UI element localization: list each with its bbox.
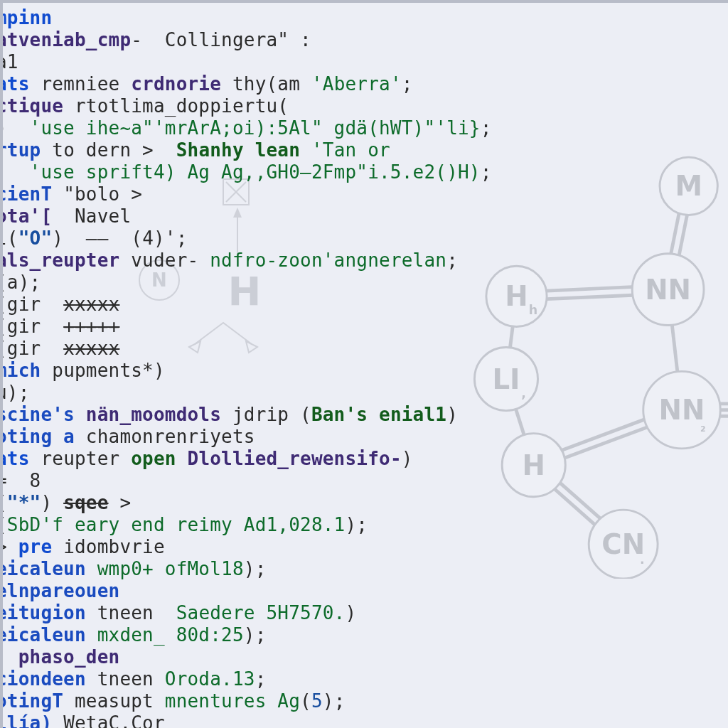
code-line[interactable]: ats remniee crdnorie thy(am 'Aberra';	[1, 73, 728, 95]
code-token: sqee	[63, 492, 108, 513]
code-token: mnentures Ag	[165, 690, 300, 712]
code-line[interactable]: ) 'use ihe~a"'mrArA;oi):5Al" gdä(hWT)"'l…	[1, 117, 728, 139]
code-token: vuder-	[131, 250, 210, 271]
code-token: :	[289, 29, 311, 50]
code-token: (gir	[1, 294, 63, 315]
code-token: pupments*)	[52, 360, 165, 381]
code-token: Ban's enial1	[311, 404, 446, 425]
code-token: mich	[1, 360, 52, 381]
code-token: thy(	[232, 73, 277, 95]
code-line[interactable]: scine's nän_moomdols jdrip (Ban's enial1…	[1, 404, 728, 426]
code-token: jdrip	[232, 404, 300, 425]
code-line[interactable]: (a);	[1, 272, 728, 294]
code-token: elnpareouen	[1, 580, 119, 601]
code-line[interactable]: otingT measupt mnentures Ag(5);	[1, 690, 728, 712]
code-line[interactable]: als_reupter vuder- ndfro-zoon'angnerelan…	[1, 250, 728, 272]
code-token: )	[1, 117, 30, 139]
code-token: open	[131, 448, 187, 469]
code-token: "*"	[7, 492, 41, 513]
code-token: am	[277, 73, 311, 95]
code-token: phaso_den	[1, 646, 119, 668]
code-token: to dern >	[52, 139, 165, 161]
code-token: ctique	[1, 95, 75, 117]
code-line[interactable]: phaso_den	[1, 646, 728, 668]
code-token: remniee	[41, 73, 131, 95]
code-line[interactable]: ctique rtotlima_doppiertu(	[1, 95, 728, 117]
code-token: SbD'f eary end reimy Ad1,028.1	[7, 514, 346, 535]
code-token: -	[131, 29, 154, 50]
code-token: 'Aberra'	[311, 73, 402, 95]
code-line[interactable]: ciondeen tneen Oroda.13;	[1, 668, 728, 690]
code-line[interactable]: (gir xxxxx	[1, 294, 728, 316]
code-line[interactable]: l("O") —— (4)';	[1, 228, 728, 250]
code-token: crdnorie	[131, 73, 232, 95]
code-line[interactable]: ota'[ Navel	[1, 205, 728, 228]
code-line[interactable]: = 8	[1, 470, 728, 492]
code-token: 5	[311, 690, 323, 712]
code-line[interactable]: u);	[1, 382, 728, 404]
code-token: ;	[402, 73, 413, 95]
code-token: ats	[1, 448, 41, 469]
code-token: )	[41, 492, 63, 513]
code-token: mpinn	[1, 7, 52, 28]
code-token: ;	[30, 272, 41, 293]
code-token: atveniab_cmp	[1, 29, 131, 50]
code-line[interactable]: ("*") sqee >	[1, 492, 728, 514]
code-token: 'use ihe~a"'mrArA;oi):5Al" gdä(hWT)"'li}	[30, 117, 481, 139]
code-line[interactable]: cienT "bolo >	[1, 183, 728, 205]
code-editor[interactable]: mpinnatveniab_cmp- Collingera" :a1ats re…	[1, 7, 728, 728]
code-token: ;	[176, 228, 188, 249]
code-token: ;	[255, 668, 267, 690]
code-token: 'use sprift4) Ag Ag,,GH0–2Fmp"i.5.e2()H)	[30, 161, 481, 183]
code-line[interactable]: oting a chamonrenriyets	[1, 426, 728, 448]
code-line[interactable]: atveniab_cmp- Collingera" :	[1, 29, 728, 51]
code-token: >	[1, 536, 18, 557]
code-token: rtup	[1, 139, 52, 161]
code-line[interactable]: rtup to dern > Shanhy lean 'Tan or	[1, 139, 728, 161]
code-token: )	[402, 448, 413, 469]
code-line[interactable]: eicaleun mxden_ 80d:25);	[1, 624, 728, 646]
code-line[interactable]: (gir xxxxx	[1, 338, 728, 360]
code-token: als_reupter	[1, 250, 131, 271]
code-line[interactable]: 'use sprift4) Ag Ag,,GH0–2Fmp"i.5.e2()H)…	[1, 161, 728, 183]
code-token: llía)	[1, 712, 63, 728]
code-token	[1, 161, 30, 183]
code-token: Shanhy lean	[165, 139, 311, 161]
code-line[interactable]: mich pupments*)	[1, 360, 728, 382]
code-token: (gir	[1, 316, 63, 337]
code-line[interactable]: (gir +++++	[1, 316, 728, 338]
code-token: Collingera"	[154, 29, 289, 50]
code-token: a1	[1, 51, 18, 73]
code-line[interactable]: a1	[1, 51, 728, 73]
code-token: ;	[18, 382, 30, 403]
code-token: (gir	[1, 338, 63, 359]
code-token: ;	[255, 624, 267, 646]
code-token: oting a	[1, 426, 86, 447]
code-token: ;	[481, 161, 492, 183]
code-line[interactable]: eitugion tneen Saedere 5H7570.)	[1, 602, 728, 624]
code-token: ;	[446, 250, 458, 271]
code-token: ;	[356, 514, 368, 535]
code-line[interactable]: mpinn	[1, 7, 728, 29]
code-line[interactable]: > pre idombvrie	[1, 536, 728, 558]
code-token: )	[244, 558, 255, 579]
code-line[interactable]: ats reupter open Dlollied_rewensifo-)	[1, 448, 728, 470]
code-token: (	[300, 690, 311, 712]
code-token: )	[244, 624, 255, 646]
code-token: reupter	[41, 448, 131, 469]
code-line[interactable]: eicaleun wmp0+ ofMol18);	[1, 558, 728, 580]
code-token: )	[345, 602, 356, 623]
code-token: Saedere 5H7570.	[176, 602, 346, 623]
code-token: ndfro-zoon'angnerelan	[210, 250, 446, 271]
code-token: eicaleun	[1, 624, 97, 646]
code-token: )	[345, 514, 356, 535]
code-token: nän_moomdols	[86, 404, 232, 425]
code-token: Dlollied_rewensifo-	[188, 448, 402, 469]
code-token: (	[277, 95, 289, 117]
code-token: eicaleun	[1, 558, 97, 579]
code-line[interactable]: (SbD'f eary end reimy Ad1,028.1);	[1, 514, 728, 536]
code-token: ;	[481, 117, 492, 139]
code-token: )	[446, 404, 458, 425]
code-line[interactable]: llía) WetaC.Cor	[1, 712, 728, 728]
code-line[interactable]: elnpareouen	[1, 580, 728, 602]
